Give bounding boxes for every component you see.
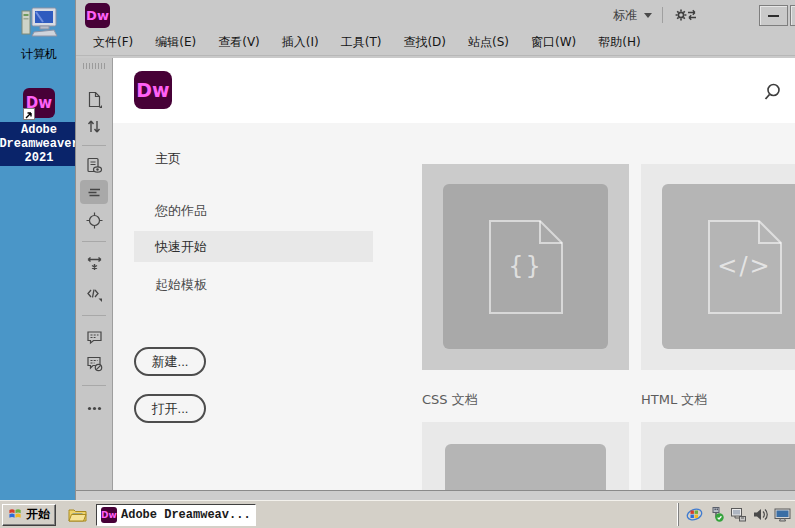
menu-window[interactable]: 窗口(W) xyxy=(527,32,580,53)
minimize-button[interactable] xyxy=(759,5,788,26)
workspace-switch-gear-icon[interactable] xyxy=(673,6,699,24)
shortcut-arrow-icon xyxy=(23,108,35,120)
computer-icon xyxy=(20,6,58,43)
menu-view[interactable]: 查看(V) xyxy=(214,32,264,53)
workspace-selector[interactable]: 标准 xyxy=(613,7,652,24)
format-lines-icon[interactable] xyxy=(80,180,108,204)
file-thumbnail: </> xyxy=(662,184,795,349)
start-label: 开始 xyxy=(26,506,50,523)
screen: 计算机 Dw Adobe Dreamweaver 2021 Dw 标准 xyxy=(0,0,795,528)
card-partial[interactable] xyxy=(422,422,629,490)
card-html-document[interactable]: </> xyxy=(641,164,795,370)
divider xyxy=(82,145,106,146)
dreamweaver-shortcut-icon: Dw xyxy=(23,88,55,118)
html-glyph: </> xyxy=(662,252,795,280)
live-view-doc-icon[interactable] xyxy=(80,153,108,177)
desktop-icon-dreamweaver[interactable]: Dw Adobe Dreamweaver 2021 xyxy=(3,88,75,166)
menu-edit[interactable]: 编辑(E) xyxy=(151,32,200,53)
taskbar: 开始 Dw Adobe Dreamweav... xyxy=(0,500,795,528)
welcome-screen: Dw 主页 您的作品 快速开始 起始模板 新建... xyxy=(113,58,795,490)
nav-starter-templates[interactable]: 起始模板 xyxy=(155,276,207,294)
desktop-icon-label-selected: Adobe Dreamweaver 2021 xyxy=(0,122,81,166)
desktop-icon-label: 计算机 xyxy=(21,46,57,63)
divider xyxy=(82,241,106,242)
maximize-button[interactable] xyxy=(790,5,795,26)
titlebar[interactable]: Dw 标准 xyxy=(76,0,795,30)
windows-flag-icon xyxy=(8,506,23,524)
windows-update-icon[interactable] xyxy=(686,506,703,523)
taskbar-item-dreamweaver[interactable]: Dw Adobe Dreamweav... xyxy=(96,504,256,526)
divider xyxy=(82,315,106,316)
taskbar-item-label: Adobe Dreamweav... xyxy=(121,508,251,522)
toolbar-grip[interactable] xyxy=(83,63,105,69)
dreamweaver-window: Dw 标准 xyxy=(75,0,795,500)
menu-tools[interactable]: 工具(T) xyxy=(337,32,386,53)
css-glyph: {} xyxy=(443,252,608,280)
menu-insert[interactable]: 插入(I) xyxy=(278,32,323,53)
search-icon[interactable] xyxy=(760,80,784,104)
card-label-css: CSS 文档 xyxy=(422,391,478,409)
display-icon[interactable] xyxy=(774,506,791,523)
welcome-body: 主页 您的作品 快速开始 起始模板 新建... 打开... xyxy=(113,123,795,490)
window-bottom-frame xyxy=(76,490,795,500)
new-button[interactable]: 新建... xyxy=(134,347,206,376)
nav-home[interactable]: 主页 xyxy=(155,150,181,168)
network-icon[interactable] xyxy=(730,506,747,523)
code-edit-icon[interactable] xyxy=(80,282,108,306)
menu-site[interactable]: 站点(S) xyxy=(464,32,513,53)
divider xyxy=(662,7,663,23)
card-partial[interactable] xyxy=(641,422,795,490)
desktop-icon-computer[interactable]: 计算机 xyxy=(8,6,70,63)
system-tray xyxy=(678,503,791,526)
menu-help[interactable]: 帮助(H) xyxy=(594,32,644,53)
menu-find[interactable]: 查找(D) xyxy=(399,32,450,53)
target-guides-icon[interactable] xyxy=(80,208,108,232)
left-tool-column xyxy=(76,58,113,490)
card-css-document[interactable]: {} xyxy=(422,164,629,370)
card-label-html: HTML 文档 xyxy=(641,391,707,409)
new-file-icon[interactable] xyxy=(80,87,108,111)
file-thumbnail: {} xyxy=(443,184,608,349)
comment-remove-icon[interactable] xyxy=(80,351,108,375)
menubar: 文件(F) 编辑(E) 查看(V) 插入(I) 工具(T) 查找(D) 站点(S… xyxy=(76,30,795,56)
quick-launch-folder-icon[interactable] xyxy=(66,505,88,525)
volume-icon[interactable] xyxy=(752,506,769,523)
usb-safely-remove-icon[interactable] xyxy=(708,506,725,523)
comment-icon[interactable] xyxy=(80,325,108,349)
more-options-icon[interactable] xyxy=(80,396,108,420)
open-button[interactable]: 打开... xyxy=(134,394,206,423)
dreamweaver-app-icon: Dw xyxy=(101,507,117,523)
app-icon: Dw xyxy=(85,3,110,28)
welcome-header: Dw xyxy=(113,58,795,123)
dreamweaver-logo: Dw xyxy=(134,71,172,109)
chevron-down-icon xyxy=(644,13,652,18)
nav-your-work[interactable]: 您的作品 xyxy=(155,202,207,220)
menu-file[interactable]: 文件(F) xyxy=(89,32,137,53)
sort-updown-icon[interactable] xyxy=(80,114,108,138)
nav-quick-start-active[interactable]: 快速开始 xyxy=(134,231,373,262)
extract-width-icon[interactable] xyxy=(80,251,108,275)
start-button[interactable]: 开始 xyxy=(2,504,56,526)
divider xyxy=(82,385,106,386)
